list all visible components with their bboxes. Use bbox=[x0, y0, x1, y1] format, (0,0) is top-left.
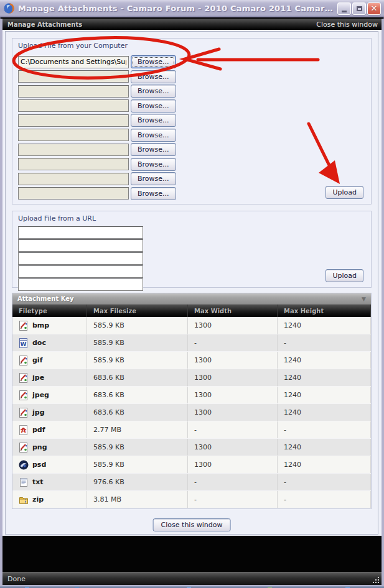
filetype-label: psd bbox=[32, 461, 46, 469]
attachments-panel: Upload File from your Computer Browse...… bbox=[5, 31, 378, 535]
file-input-row: Browse... bbox=[18, 187, 176, 200]
table-row: gif 585.9 KB 1300 1240 bbox=[12, 352, 371, 369]
max-height-value: 1240 bbox=[278, 404, 371, 421]
file-path-input-4[interactable] bbox=[18, 99, 129, 112]
close-window-link[interactable]: Close this window bbox=[316, 21, 378, 29]
col-max-height: Max Height bbox=[278, 305, 371, 317]
browse-button-1[interactable]: Browse... bbox=[131, 55, 176, 68]
max-filesize-value: 585.9 KB bbox=[87, 456, 188, 473]
window-title: Manage Attachments - Camaro Forum - 2010… bbox=[18, 4, 337, 13]
url-input-4[interactable] bbox=[18, 265, 143, 278]
table-row: jpe 683.6 KB 1300 1240 bbox=[12, 369, 371, 387]
attachment-key-header: Attachment Key ▼ bbox=[12, 293, 371, 305]
upload-computer-section: Upload File from your Computer Browse...… bbox=[12, 38, 372, 204]
filetype-label: gif bbox=[32, 356, 42, 364]
table-row: pdf 2.77 MB - - bbox=[12, 421, 371, 439]
upload-url-button[interactable]: Upload bbox=[325, 269, 363, 282]
table-column-headers: Filetype Max Filesize Max Width Max Heig… bbox=[12, 305, 371, 317]
browse-button-3[interactable]: Browse... bbox=[131, 85, 176, 98]
max-filesize-value: 3.81 MB bbox=[87, 491, 188, 508]
url-input-3[interactable] bbox=[18, 252, 143, 265]
file-path-input-6[interactable] bbox=[18, 129, 129, 141]
file-path-input-10[interactable] bbox=[18, 187, 129, 200]
upload-computer-label: Upload File from your Computer bbox=[18, 42, 128, 50]
browse-button-6[interactable]: Browse... bbox=[131, 129, 176, 142]
filetype-label: txt bbox=[32, 478, 44, 486]
browse-button-2[interactable]: Browse... bbox=[131, 70, 176, 83]
image-file-icon bbox=[19, 356, 29, 365]
max-filesize-value: 683.6 KB bbox=[87, 387, 188, 403]
close-icon: ✕ bbox=[371, 4, 378, 12]
filetype-label: png bbox=[32, 443, 47, 451]
max-filesize-value: 585.9 KB bbox=[87, 352, 188, 369]
table-row: jpeg 683.6 KB 1300 1240 bbox=[12, 387, 371, 404]
resize-grip[interactable] bbox=[372, 576, 380, 584]
col-filetype: Filetype bbox=[12, 305, 87, 317]
file-input-row: Browse... bbox=[18, 143, 176, 156]
file-path-input-8[interactable] bbox=[18, 158, 129, 170]
max-height-value: 1240 bbox=[278, 387, 371, 403]
page-content: Upload File from your Computer Browse...… bbox=[2, 30, 382, 536]
word-doc-icon bbox=[19, 338, 29, 348]
max-filesize-value: 585.9 KB bbox=[87, 317, 188, 334]
file-input-row: Browse... bbox=[18, 158, 176, 171]
minimize-icon bbox=[342, 11, 347, 12]
browse-button-5[interactable]: Browse... bbox=[131, 114, 176, 127]
minimize-button[interactable] bbox=[337, 2, 351, 15]
browse-button-4[interactable]: Browse... bbox=[131, 99, 176, 113]
url-input-2[interactable] bbox=[18, 239, 143, 252]
page-void bbox=[2, 536, 382, 572]
url-input-5[interactable] bbox=[18, 278, 143, 291]
upload-url-label: Upload File from a URL bbox=[18, 214, 96, 223]
file-path-input-3[interactable] bbox=[18, 85, 129, 98]
file-path-input-7[interactable] bbox=[18, 144, 129, 156]
filetype-label: jpe bbox=[32, 374, 44, 382]
file-path-input-1[interactable] bbox=[18, 56, 129, 68]
image-file-icon bbox=[19, 321, 29, 331]
url-input-1[interactable] bbox=[18, 226, 143, 239]
max-width-value: 1300 bbox=[188, 387, 278, 403]
page-title: Manage Attachments bbox=[7, 21, 82, 28]
maximize-icon bbox=[357, 6, 362, 11]
image-file-icon bbox=[19, 408, 29, 418]
table-row: doc 585.9 KB - - bbox=[12, 334, 371, 352]
table-row: bmp 585.9 KB 1300 1240 bbox=[12, 317, 371, 334]
collapse-arrow-icon[interactable]: ▼ bbox=[362, 296, 366, 302]
titlebar[interactable]: Manage Attachments - Camaro Forum - 2010… bbox=[0, 0, 384, 17]
filetype-label: jpeg bbox=[32, 391, 49, 399]
browse-button-8[interactable]: Browse... bbox=[131, 158, 176, 171]
text-file-icon bbox=[19, 477, 29, 487]
filetype-label: jpg bbox=[32, 408, 45, 416]
max-width-value: - bbox=[188, 421, 278, 438]
url-input-rows bbox=[18, 226, 143, 292]
image-file-icon bbox=[19, 390, 29, 400]
zip-file-icon bbox=[19, 495, 29, 505]
maximize-button[interactable] bbox=[352, 2, 366, 15]
max-width-value: 1300 bbox=[188, 369, 278, 386]
attachment-key-title: Attachment Key bbox=[17, 295, 74, 302]
file-path-input-9[interactable] bbox=[18, 173, 129, 185]
table-row: psd 585.9 KB 1300 1240 bbox=[12, 456, 371, 474]
max-width-value: 1300 bbox=[188, 439, 278, 456]
upload-computer-button[interactable]: Upload bbox=[325, 186, 363, 199]
table-row: txt 976.6 KB - - bbox=[12, 474, 371, 491]
browse-button-7[interactable]: Browse... bbox=[131, 143, 176, 156]
browse-button-10[interactable]: Browse... bbox=[131, 187, 176, 200]
max-width-value: 1300 bbox=[188, 352, 278, 369]
browse-button-9[interactable]: Browse... bbox=[131, 172, 176, 185]
max-height-value: - bbox=[278, 421, 371, 438]
table-row: png 585.9 KB 1300 1240 bbox=[12, 439, 371, 456]
file-path-input-2[interactable] bbox=[18, 70, 129, 83]
file-input-row: Browse... bbox=[18, 99, 176, 113]
file-input-row: Browse... bbox=[18, 129, 176, 142]
image-file-icon bbox=[19, 373, 29, 383]
window-body: Manage Attachments Close this window Upl… bbox=[0, 19, 384, 586]
close-this-window-button[interactable]: Close this window bbox=[153, 518, 231, 531]
max-height-value: - bbox=[278, 491, 371, 508]
max-filesize-value: 976.6 KB bbox=[87, 474, 188, 490]
max-height-value: 1240 bbox=[278, 352, 371, 369]
file-input-row: Browse... bbox=[18, 55, 176, 68]
file-path-input-5[interactable] bbox=[18, 114, 129, 127]
max-width-value: - bbox=[188, 474, 278, 490]
close-button[interactable]: ✕ bbox=[367, 2, 381, 15]
